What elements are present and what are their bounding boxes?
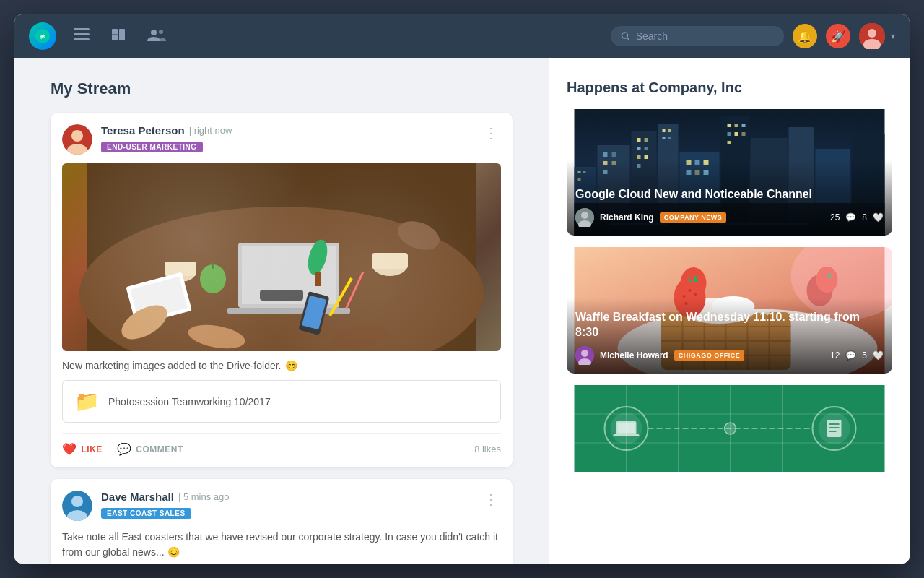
svg-rect-2 [74, 33, 90, 35]
svg-rect-3 [74, 38, 90, 40]
comment-icon-1: 💬 [845, 212, 856, 223]
news-content-1: Google Cloud New and Noticeable Channel … [567, 178, 892, 236]
logo[interactable] [29, 22, 56, 50]
news-likes-1: 8 [862, 212, 867, 223]
svg-rect-19 [238, 243, 339, 308]
svg-point-29 [394, 216, 444, 255]
news-stats-1: 25 💬 8 🤍 [830, 212, 884, 223]
users-nav-icon[interactable] [143, 24, 170, 49]
post-actions: ❤️ LIKE 💬 COMMENT 8 likes [62, 433, 501, 456]
book-nav-icon[interactable] [107, 23, 130, 50]
svg-rect-130 [618, 423, 635, 433]
news-card-2[interactable]: Waffle Breakfast on Wednesday 11.10. sta… [567, 247, 892, 374]
app-window: 🔔 🚀 ▾ My Stream [14, 14, 910, 564]
post-header: Teresa Peterson | right now END-USER MAR… [62, 124, 501, 155]
news-card-1[interactable]: Google Cloud New and Noticeable Channel … [567, 109, 892, 236]
post-menu-button-2[interactable]: ⋮ [481, 491, 501, 508]
rocket-icon: 🚀 [831, 30, 845, 43]
news-author-2: Michelle Howard [600, 350, 668, 361]
post-header-2: Dave Marshall | 5 mins ago EAST COAST SA… [62, 491, 501, 521]
svg-rect-20 [242, 246, 336, 304]
post-badge: END-USER MARKETING [101, 142, 203, 152]
main-content: My Stream Teresa Peterson | rig [14, 58, 910, 564]
user-menu[interactable]: ▾ [859, 23, 895, 49]
post-author-line: Teresa Peterson | right now [101, 124, 481, 137]
rocket-button[interactable]: 🚀 [826, 24, 850, 48]
comment-label: COMMENT [136, 444, 183, 454]
svg-rect-40 [260, 290, 303, 301]
news-title-1: Google Cloud New and Noticeable Channel [575, 187, 884, 202]
comment-icon: 💬 [117, 442, 132, 456]
svg-rect-21 [227, 308, 350, 314]
comment-icon-2: 💬 [845, 350, 856, 361]
svg-rect-136 [829, 427, 840, 428]
post-body-text: Take note all East coasters that we have… [62, 530, 501, 560]
news-comments-1: 25 [830, 212, 840, 223]
post-badge-2: EAST COAST SALES [101, 508, 191, 519]
post-time: | right now [189, 125, 232, 136]
feed-section: My Stream Teresa Peterson | rig [14, 58, 549, 564]
svg-rect-17 [87, 163, 476, 351]
folder-attachment[interactable]: 📁 Photosession Teamworking 10/2017 [62, 380, 501, 423]
svg-rect-131 [614, 434, 640, 436]
news-comments-2: 12 [830, 350, 840, 361]
post-avatar [62, 124, 92, 155]
post-image [62, 163, 501, 351]
notification-icon: 🔔 [798, 30, 812, 43]
user-menu-chevron: ▾ [891, 31, 895, 41]
search-input[interactable] [636, 30, 774, 42]
post-author-name-2: Dave Marshall [101, 491, 174, 503]
news-card-image-3 [567, 385, 892, 472]
svg-point-38 [305, 238, 331, 277]
feed-title: My Stream [51, 79, 513, 98]
svg-point-34 [200, 264, 226, 293]
search-box[interactable] [611, 26, 784, 46]
svg-point-22 [165, 262, 196, 282]
news-likes-2: 5 [862, 350, 867, 361]
post-meta-2: Dave Marshall | 5 mins ago EAST COAST SA… [101, 491, 481, 519]
like-button[interactable]: ❤️ LIKE [62, 442, 103, 456]
post-meta: Teresa Peterson | right now END-USER MAR… [101, 124, 481, 152]
post-card-2: Dave Marshall | 5 mins ago EAST COAST SA… [51, 479, 513, 564]
svg-rect-33 [302, 296, 326, 330]
svg-point-18 [79, 207, 484, 351]
news-card-3[interactable] [567, 385, 892, 472]
svg-point-31 [331, 321, 391, 351]
notification-button[interactable]: 🔔 [793, 24, 817, 48]
svg-point-30 [186, 321, 247, 351]
comment-button[interactable]: 💬 COMMENT [117, 442, 183, 456]
svg-point-9 [622, 33, 627, 38]
svg-rect-39 [315, 272, 321, 286]
svg-rect-135 [829, 423, 840, 425]
layers-nav-icon[interactable] [69, 24, 94, 49]
post-card: Teresa Peterson | right now END-USER MAR… [51, 113, 513, 467]
news-title-2: Waffle Breakfast on Wednesday 11.10. sta… [575, 310, 884, 340]
post-menu-button[interactable]: ⋮ [481, 124, 501, 142]
heart-icon: ❤️ [62, 442, 77, 456]
svg-rect-23 [165, 262, 196, 276]
post-avatar-2 [62, 491, 92, 521]
svg-rect-27 [130, 277, 187, 322]
heart-icon-1: 🤍 [873, 212, 884, 223]
post-text: New marketing images added to the Drive-… [62, 360, 501, 371]
post-author-line-2: Dave Marshall | 5 mins ago [101, 491, 481, 503]
like-label: LIKE [82, 444, 103, 454]
header: 🔔 🚀 ▾ [14, 14, 910, 58]
svg-rect-37 [345, 272, 364, 309]
post-time-2: | 5 mins ago [178, 491, 230, 502]
search-icon [621, 31, 630, 41]
likes-count: 8 likes [474, 444, 501, 454]
svg-point-8 [159, 30, 163, 34]
news-meta-2: Michelle Howard CHIGAGO OFFICE 12 💬 5 🤍 [575, 346, 884, 365]
sidebar-title: Happens at Company, Inc [567, 79, 892, 96]
news-content-2: Waffle Breakfast on Wednesday 11.10. sta… [567, 301, 892, 374]
post-author-name: Teresa Peterson [101, 124, 185, 137]
header-left [29, 22, 170, 50]
news-stats-2: 12 💬 5 🤍 [830, 350, 884, 361]
news-author-1: Richard King [600, 212, 654, 223]
svg-rect-32 [298, 291, 329, 335]
folder-icon: 📁 [74, 389, 100, 413]
news-badge-2: CHIGAGO OFFICE [674, 350, 745, 361]
svg-rect-36 [328, 277, 352, 316]
svg-rect-1 [74, 28, 90, 30]
